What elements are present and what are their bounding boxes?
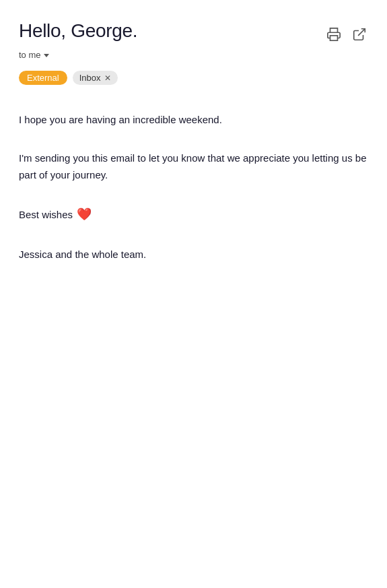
inbox-tag-close-icon[interactable]: ✕: [104, 74, 111, 82]
inbox-tag[interactable]: Inbox ✕: [73, 71, 118, 85]
open-new-tab-button[interactable]: [351, 26, 368, 43]
closing-text: Best wishes: [19, 207, 73, 224]
print-icon: [326, 27, 341, 42]
open-in-new-icon: [352, 27, 367, 42]
to-me-label: to me: [19, 50, 41, 60]
to-me-row[interactable]: to me: [19, 50, 368, 60]
print-button[interactable]: [325, 26, 343, 43]
email-header: Hello, George.: [19, 20, 368, 43]
signature: Jessica and the whole team.: [19, 247, 368, 263]
email-container: Hello, George. to me External: [0, 0, 387, 305]
tags-row: External Inbox ✕: [19, 71, 368, 85]
body-paragraph-2: I'm sending you this email to let you kn…: [19, 150, 368, 184]
email-title: Hello, George.: [19, 20, 137, 42]
header-icons: [325, 26, 368, 43]
heart-emoji: ❤️: [77, 205, 92, 225]
chevron-down-icon: [44, 54, 49, 57]
svg-line-1: [358, 29, 365, 36]
external-tag[interactable]: External: [19, 71, 67, 85]
inbox-tag-label: Inbox: [79, 73, 101, 83]
best-wishes-line: Best wishes ❤️: [19, 205, 368, 225]
body-paragraph-1: I hope you are having an incredible week…: [19, 112, 368, 129]
email-body: I hope you are having an incredible week…: [19, 112, 368, 263]
svg-rect-0: [330, 36, 338, 40]
